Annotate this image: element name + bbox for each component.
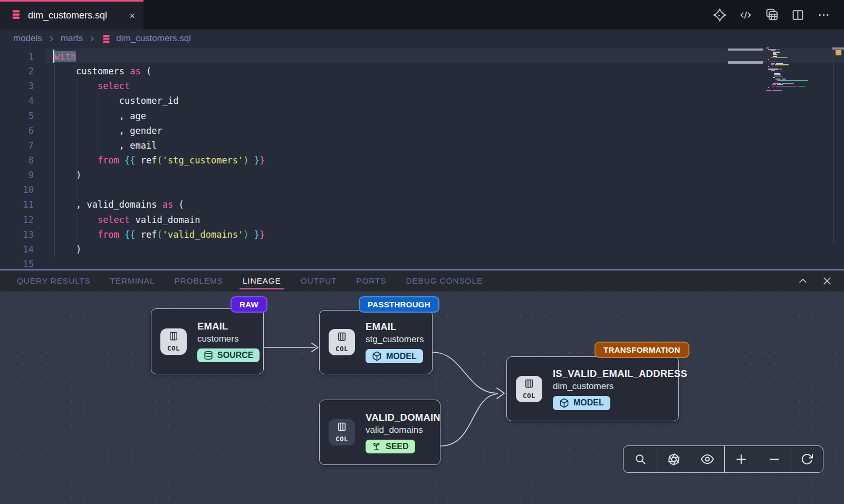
collapse-panel-icon[interactable]	[798, 276, 808, 286]
panel-tab-problems[interactable]: PROBLEMS	[174, 270, 223, 292]
minimap-line	[766, 56, 822, 57]
close-tab-icon[interactable]: ×	[129, 11, 135, 21]
code-text: customers as (	[34, 64, 151, 79]
chip-label: COL	[335, 345, 348, 353]
minimap-selection-mark	[728, 61, 763, 64]
node-column-name: IS_VALID_EMAIL_ADDRESS	[553, 368, 687, 380]
minimap-line	[766, 69, 822, 70]
panel-tab-debug-console[interactable]: DEBUG CONSOLE	[406, 270, 483, 292]
line-number: 5	[0, 109, 34, 123]
code-line: 4 customer_id	[0, 93, 844, 108]
column-chip: COL	[160, 328, 187, 355]
code-text	[34, 257, 54, 269]
code-text: , valid_domains as (	[34, 197, 184, 212]
database-icon	[11, 9, 22, 22]
breadcrumb-models[interactable]: models	[13, 33, 42, 44]
node-model-name: stg_customers	[366, 334, 424, 345]
code-line: 13 from {{ ref('valid_domains') }}	[0, 227, 844, 242]
eye-icon[interactable]	[697, 452, 717, 466]
split-editor-icon[interactable]	[791, 8, 804, 22]
code-line: 12 select valid_domain	[0, 212, 844, 227]
scrollbar-slider[interactable]	[832, 47, 844, 50]
minimap[interactable]	[766, 47, 822, 91]
code-line: 6 , gender	[0, 123, 844, 138]
chip-label: COL	[167, 344, 180, 352]
code-line: 3 select	[0, 79, 844, 93]
tab-dim-customers[interactable]: dim_customers.sql ×	[0, 0, 143, 30]
columns-icon	[337, 332, 347, 344]
code-line: 11 , valid_domains as (	[0, 197, 844, 212]
copy-table-icon[interactable]	[765, 8, 779, 22]
minimap-line	[766, 79, 822, 80]
line-number: 6	[0, 123, 34, 138]
panel-tab-ports[interactable]: PORTS	[356, 270, 386, 292]
code-line: 15	[0, 257, 844, 269]
resource-badge-seed: SEED	[366, 440, 415, 453]
lineage-node-dim_customers[interactable]: COLIS_VALID_EMAIL_ADDRESSdim_customersMO…	[506, 356, 679, 421]
minimap-line	[766, 47, 822, 49]
scrollbar-track[interactable]	[833, 47, 834, 244]
indent-guide	[54, 64, 55, 257]
indent-guide	[76, 212, 76, 242]
zoom-out-icon[interactable]	[765, 453, 784, 466]
lineage-node-customers[interactable]: COLEMAILcustomersSOURCE	[151, 308, 264, 374]
lineage-node-stg_customers[interactable]: COLEMAILstg_customersMODEL	[319, 310, 433, 374]
chevron-right-icon	[89, 35, 95, 42]
line-number: 11	[0, 197, 34, 212]
code-text	[34, 182, 54, 197]
minimap-line	[766, 53, 822, 54]
minimap-line	[766, 64, 822, 65]
aperture-icon[interactable]	[664, 453, 684, 466]
panel-tab-output[interactable]: OUTPUT	[301, 270, 337, 292]
columns-icon	[524, 379, 534, 391]
column-chip: COL	[516, 376, 542, 402]
line-number: 14	[0, 242, 34, 257]
tab-title: dim_customers.sql	[28, 10, 123, 21]
line-number: 15	[0, 257, 34, 269]
panel-tab-terminal[interactable]: TERMINAL	[110, 270, 155, 292]
more-icon[interactable]	[817, 8, 830, 22]
panel-tab-lineage[interactable]: LINEAGE	[243, 270, 281, 292]
resource-badge-source: SOURCE	[197, 348, 260, 362]
code-text: , age	[34, 109, 146, 123]
minimap-line	[766, 87, 822, 88]
minimap-selection-mark	[728, 49, 763, 51]
code-text: select	[34, 79, 130, 93]
node-model-name: valid_domains	[366, 425, 440, 435]
code-editor[interactable]: 1with2 customers as (3 select4 customer_…	[0, 47, 844, 269]
columns-icon	[337, 422, 347, 434]
panel-tab-bar: QUERY RESULTSTERMINALPROBLEMSLINEAGEOUTP…	[0, 269, 844, 292]
code-text: select valid_domain	[34, 212, 200, 227]
code-text: customer_id	[34, 93, 178, 108]
minimap-line	[766, 49, 822, 50]
edge-arrowhead	[312, 343, 318, 352]
lineage-toolbar	[623, 445, 823, 473]
line-number: 4	[0, 93, 34, 108]
breadcrumb-marts[interactable]: marts	[61, 33, 83, 44]
indent-guide	[76, 79, 76, 199]
panel-tab-query-results[interactable]: QUERY RESULTS	[17, 270, 91, 292]
resource-badge-model: MODEL	[366, 349, 423, 363]
lineage-pill-passthrough: PASSTHROUGH	[359, 296, 439, 313]
breadcrumb-file[interactable]: dim_customers.sql	[116, 33, 191, 44]
editor-tab-bar: dim_customers.sql ×	[0, 0, 844, 30]
minimap-line	[766, 86, 822, 87]
refresh-icon[interactable]	[798, 453, 817, 466]
line-number: 10	[0, 182, 34, 197]
code-icon[interactable]	[739, 8, 752, 22]
indent-guide	[98, 93, 98, 153]
node-column-name: VALID_DOMAIN	[366, 412, 440, 423]
zoom-in-icon[interactable]	[732, 453, 751, 466]
dbt-logo-icon[interactable]	[713, 8, 726, 22]
breadcrumb: models marts dim_customers.sql	[0, 30, 844, 47]
code-text: )	[34, 168, 81, 182]
search-icon[interactable]	[631, 453, 650, 466]
line-number: 13	[0, 227, 34, 242]
lineage-pill-transformation: TRANSFORMATION	[594, 342, 689, 358]
lineage-node-valid_domains[interactable]: COLVALID_DOMAINvalid_domainsSEED	[319, 400, 440, 465]
node-content: VALID_DOMAINvalid_domainsSEED	[366, 412, 440, 453]
lineage-canvas[interactable]: COLEMAILcustomersSOURCERAWCOLEMAILstg_cu…	[0, 292, 844, 504]
minimap-line	[766, 72, 822, 73]
close-panel-icon[interactable]	[822, 276, 832, 286]
database-icon	[204, 351, 213, 360]
